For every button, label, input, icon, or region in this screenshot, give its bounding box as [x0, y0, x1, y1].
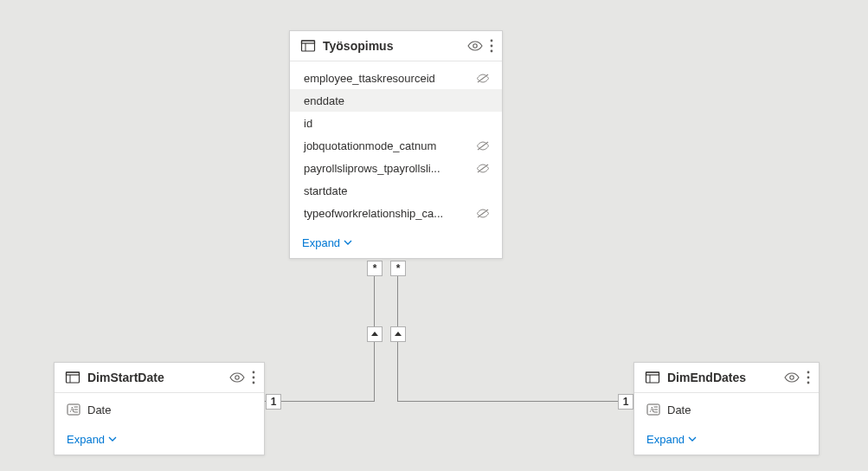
svg-point-16 — [253, 377, 255, 379]
arrow-up-icon — [370, 330, 379, 339]
rel-right-direction-badge — [390, 326, 406, 342]
table-icon — [65, 370, 80, 385]
table-title: Työsopimus — [316, 39, 467, 53]
field-date[interactable]: A Date — [55, 398, 264, 421]
expand-button[interactable]: Expand — [290, 229, 502, 258]
field-label: Date — [665, 403, 807, 416]
field-id[interactable]: id — [290, 112, 502, 134]
svg-point-6 — [491, 50, 493, 53]
svg-point-4 — [491, 40, 493, 42]
hidden-icon — [476, 208, 490, 219]
rel-left-one-label: 1 — [271, 397, 277, 407]
field-startdate[interactable]: startdate — [290, 179, 502, 202]
expand-button[interactable]: Expand — [634, 426, 819, 455]
svg-point-5 — [491, 45, 493, 48]
rel-right-many-badge: * — [390, 261, 406, 276]
rel-left-direction-badge — [367, 326, 383, 342]
arrow-up-icon — [394, 330, 402, 339]
field-payrollsliprows[interactable]: payrollsliprows_tpayrollsli... — [290, 157, 502, 179]
svg-rect-23 — [646, 372, 659, 383]
expand-label: Expand — [67, 433, 105, 446]
table-header: Työsopimus — [290, 31, 502, 61]
rel-right-h — [397, 401, 633, 402]
field-label: typeofworkrelationship_ca... — [302, 207, 476, 220]
svg-point-3 — [473, 44, 477, 48]
chevron-down-icon — [688, 436, 697, 442]
field-label: id — [302, 117, 490, 130]
svg-rect-24 — [646, 372, 659, 375]
text-type-icon: A — [646, 403, 665, 416]
hidden-icon — [476, 73, 490, 84]
svg-rect-11 — [67, 372, 80, 383]
visibility-icon[interactable] — [229, 371, 245, 384]
more-options-icon[interactable] — [252, 371, 255, 384]
visibility-icon[interactable] — [784, 371, 800, 384]
table-fields: employee_ttaskresourceid enddate id jobq… — [290, 61, 502, 229]
chevron-down-icon — [344, 240, 352, 246]
text-type-icon: A — [67, 403, 86, 416]
field-label: payrollsliprows_tpayrollsli... — [302, 162, 476, 175]
table-icon — [645, 370, 660, 385]
field-enddate[interactable]: enddate — [290, 89, 502, 112]
svg-point-14 — [235, 376, 239, 379]
chevron-down-icon — [108, 436, 117, 442]
expand-label: Expand — [302, 236, 340, 249]
svg-rect-0 — [302, 41, 315, 51]
table-title: DimStartDate — [80, 371, 229, 384]
expand-label: Expand — [646, 433, 685, 446]
more-options-icon[interactable] — [807, 371, 810, 384]
rel-right-many-label: * — [396, 263, 401, 274]
rel-right-one-label: 1 — [623, 397, 629, 407]
hidden-icon — [476, 140, 490, 152]
table-fields: A Date — [55, 393, 264, 426]
table-dimstartdate[interactable]: DimStartDate A Date Expand — [54, 362, 265, 455]
rel-left-h — [265, 401, 375, 402]
field-typeofworkrelationship[interactable]: typeofworkrelationship_ca... — [290, 202, 502, 224]
more-options-icon[interactable] — [490, 39, 493, 53]
table-title: DimEndDates — [660, 371, 784, 384]
field-label: Date — [86, 403, 252, 416]
field-label: startdate — [302, 184, 490, 197]
field-jobquotationmode-catnum[interactable]: jobquotationmode_catnum — [290, 134, 502, 157]
field-label: jobquotationmode_catnum — [302, 139, 476, 152]
svg-point-26 — [790, 376, 794, 379]
field-label: enddate — [302, 94, 490, 107]
table-dimenddates[interactable]: DimEndDates A Date Expand — [633, 362, 820, 455]
svg-rect-1 — [302, 41, 315, 43]
rel-left-many-badge: * — [367, 261, 383, 276]
table-header: DimStartDate — [55, 363, 264, 393]
svg-point-27 — [807, 371, 810, 374]
model-canvas[interactable]: * * 1 1 Työsopimus employee_ttaskresourc… — [0, 0, 868, 471]
svg-point-28 — [807, 377, 810, 379]
svg-rect-12 — [67, 372, 80, 375]
svg-point-29 — [807, 382, 810, 384]
rel-right-one-badge: 1 — [618, 394, 633, 410]
visibility-icon[interactable] — [467, 40, 483, 52]
rel-left-many-label: * — [373, 263, 377, 274]
svg-point-15 — [253, 371, 255, 374]
expand-button[interactable]: Expand — [55, 426, 264, 455]
field-label: employee_ttaskresourceid — [302, 72, 476, 85]
field-employee-ttaskresourceid[interactable]: employee_ttaskresourceid — [290, 67, 502, 89]
rel-left-one-badge: 1 — [266, 394, 281, 410]
svg-point-17 — [253, 382, 255, 384]
table-fields: A Date — [634, 393, 819, 426]
table-tyosopimus[interactable]: Työsopimus employee_ttaskresourceid endd… — [289, 30, 503, 259]
field-date[interactable]: A Date — [634, 398, 819, 421]
table-header: DimEndDates — [634, 363, 819, 393]
hidden-icon — [476, 163, 490, 174]
table-icon — [300, 38, 316, 54]
